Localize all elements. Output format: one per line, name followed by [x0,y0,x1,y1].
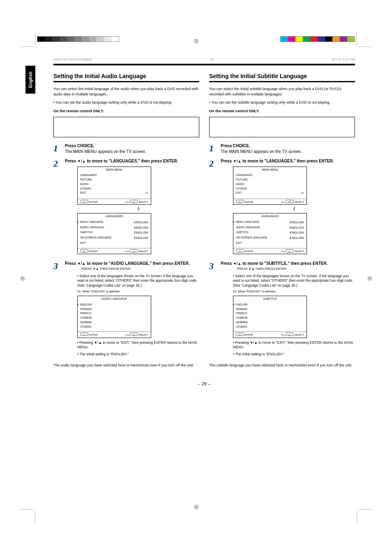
main-menu-screenshot: MAIN MENU LANGUAGESPICTUREAUDIOOTHERSEXI… [233,167,307,205]
audio-language-menu-screenshot: AUDIO LANGUAGE ENGLISHSPANISHFRENCHCHINE… [77,296,151,338]
note-c: • The initial setting is "ENGLISH." [77,352,199,357]
note-a: • Select one of the languages shown on t… [233,274,355,288]
top-rule [53,64,355,65]
menu-row: SUBTITLEENGLISH [80,230,148,236]
step-1-sub: The MAIN MENU appears on the TV screen. [221,149,302,154]
menu-row: OTHERS [80,187,148,191]
remote-illustration-box [53,117,199,137]
menu-row: SPANISH [236,307,304,312]
menu-row: EXIT [80,241,148,246]
remote-illustration-box [209,117,355,137]
menu-row: AUDIO LANGUAGEENGLISH [236,225,304,231]
intro-text: You can select the initial language of t… [53,86,199,97]
crop-mark [35,33,35,45]
filename-right: 02.1.8, 5:10 PM [332,58,355,61]
registration-mark-bottom: ⊕ [194,503,199,511]
prompt-line: PRESS ▼▲ THEN PRESS ENTER [81,267,199,271]
language-tab: English [25,66,35,94]
menu-row: GERMAN [80,320,148,325]
crop-mark [359,509,371,510]
menu-row: MENU LANGUAGEENGLISH [80,220,148,225]
registration-mark-right: ⊕ [367,274,372,282]
note-b: • Pressing ▼/▲ to move to "EXIT," then p… [233,341,355,350]
menu-row: GERMAN [236,320,304,325]
menu-row: EXIT↩ [236,191,304,196]
step-number: 3 [53,261,61,359]
prompt-line: PRESS ▼▲ THEN PRESS ENTER [237,267,355,271]
menu-row: AUDIO [236,182,304,187]
note-c: • The initial setting is "ENGLISH." [233,352,355,357]
menu-row: LANGUAGES [80,173,148,178]
calibration-color-ramp [280,36,355,42]
note-b: • Pressing ▼/▲ to move to "EXIT," then p… [77,341,199,350]
crop-mark [21,46,33,47]
step-number: 1 [53,143,61,154]
menu-row: OTHERS [80,325,148,329]
closing-text: The subtitle language you have selected … [209,363,355,368]
menu-row: EXIT↩ [80,191,148,196]
closing-text: The audio language you have selected her… [53,363,199,368]
menu-row: ON SCREEN LANGUAGEENGLISH [236,236,304,241]
down-arrow-icon: ⬇ [233,206,355,212]
note-a: • Select one of the languages shown on t… [77,274,199,288]
registration-mark-top: ⊕ [194,37,199,45]
calibration-gray-ramp [37,36,119,42]
section-title-subtitle: Setting the Initial Subtitle Language [209,73,355,82]
step-number: 2 [53,158,61,257]
menu-row: AUDIO [80,182,148,187]
intro-bullet: • You can set the audio language setting… [53,100,199,105]
step-2: 2 Press ▼/▲ to move to "LANGUAGES," then… [209,158,355,257]
menu-row: LANGUAGES [236,173,304,178]
example-caption: Ex. When "ENGLISH" is selected. [77,290,199,293]
remote-only-label: On the remote control ONLY: [209,109,355,114]
menu-row: SPANISH [80,307,148,312]
section-title-audio: Setting the Initial Audio Language [53,73,199,82]
crop-mark [357,511,357,523]
step-3: 3 Press ▼/▲ to move to "AUDIO LANGUAGE,"… [53,261,199,359]
example-caption: Ex. When "ENGLISH" is selected. [233,290,355,293]
crop-mark [35,511,35,523]
menu-row: CHINESE [80,316,148,320]
menu-row: FRENCH [236,311,304,316]
left-column: Setting the Initial Audio Language You c… [53,73,199,371]
right-column: Setting the Initial Subtitle Language Yo… [209,73,355,371]
menu-row: OTHERS [236,187,304,191]
menu-row: FRENCH [80,311,148,316]
step-number: 1 [209,143,217,154]
step-1: 1 Press CHOICE. The MAIN MENU appears on… [53,143,199,154]
menu-row: AUDIO LANGUAGEENGLISH [80,225,148,231]
crop-mark [359,46,371,47]
menu-row: MENU LANGUAGEENGLISH [236,220,304,225]
step-1-text: Press CHOICE. [65,144,95,148]
intro-bullet: • You can set the subtitle language sett… [209,100,355,105]
step-3: 3 Press ▼/▲ to move to "SUBTITLE," then … [209,261,355,359]
crop-mark [21,509,33,510]
main-menu-screenshot: MAIN MENU LANGUAGESPICTUREAUDIOOTHERSEXI… [77,167,151,205]
crop-mark [357,33,357,45]
menu-row: OTHERS [236,325,304,329]
step-1: 1 Press CHOICE. The MAIN MENU appears on… [209,143,355,154]
subtitle-menu-screenshot: SUBTITLE ENGLISHSPANISHFRENCHCHINESEGERM… [233,296,307,338]
registration-mark-left: ⊕ [20,274,25,282]
menu-row: CHINESE [236,316,304,320]
step-number: 2 [209,158,217,257]
menu-row: ON SCREEN LANGUAGEENGLISH [80,236,148,241]
menu-row: SUBTITLEENGLISH [236,230,304,236]
menu-row: ENGLISH [80,303,148,307]
menu-row: EXIT [236,241,304,246]
step-1-sub: The MAIN MENU appears on the TV screen. [65,149,146,154]
languages-menu-screenshot: LANGUAGES MENU LANGUAGEENGLISHAUDIO LANG… [77,213,151,254]
down-arrow-icon: ⬇ [77,206,199,212]
menu-row: ENGLISH [236,303,304,307]
step-1-text: Press CHOICE. [221,144,250,148]
source-filename-line: EN28-33.CA-MXDVA9[A]/f 29 02.1.8, 5:10 P… [53,58,355,61]
page-number: – 29 – [53,381,355,386]
menu-row: PICTURE [80,178,148,182]
menu-row: PICTURE [236,178,304,182]
intro-text: You can select the initial subtitle lang… [209,86,355,97]
step-number: 3 [209,261,217,359]
step-2: 2 Press ▼/▲ to move to "LANGUAGES," then… [53,158,199,257]
languages-menu-screenshot: LANGUAGES MENU LANGUAGEENGLISHAUDIO LANG… [233,213,307,254]
filename-left: EN28-33.CA-MXDVA9[A]/f [53,58,92,61]
remote-only-label: On the remote control ONLY: [53,109,199,114]
